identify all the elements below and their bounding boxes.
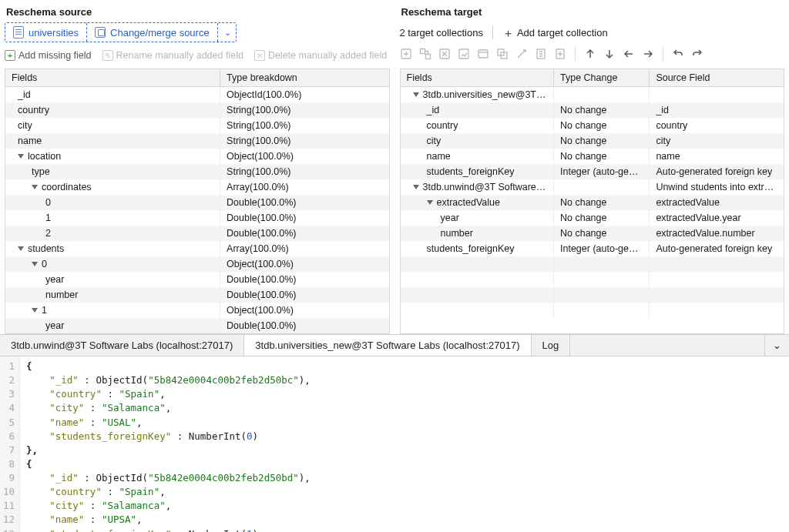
table-row[interactable]: 0Double(100.0%)	[5, 195, 389, 210]
change-merge-button[interactable]: Change/merge source	[87, 23, 218, 42]
field-name: students	[28, 243, 64, 254]
field-name: _id	[18, 89, 31, 100]
change-cell: No change	[554, 149, 650, 164]
toolbar-icon[interactable]	[477, 48, 489, 60]
table-row[interactable]: 1Object(100.0%)	[5, 303, 389, 318]
table-row[interactable]: 0Object(100.0%)	[5, 256, 389, 272]
table-row[interactable]: students_foreignKeyInteger (auto-gen…Aut…	[401, 241, 784, 256]
toolbar-icon[interactable]	[419, 48, 431, 60]
table-row[interactable]: typeString(100.0%)	[5, 164, 389, 179]
table-row[interactable]: extractedValueNo changeextractedValue	[401, 195, 784, 210]
source-field-cell: country	[650, 118, 784, 133]
disclosure-triangle-icon[interactable]	[18, 246, 24, 251]
toolbar-icon[interactable]	[535, 48, 547, 60]
table-row[interactable]: nameString(100.0%)	[5, 133, 389, 149]
source-collection-button[interactable]: universities	[5, 23, 87, 42]
table-row[interactable]: 1Double(100.0%)	[5, 210, 389, 226]
tabs-dropdown[interactable]: ⌄	[764, 335, 789, 356]
table-row[interactable]: numberNo changeextractedValue.number	[401, 226, 784, 241]
source-field-cell: Unwind students into extrac…	[650, 179, 784, 195]
disclosure-triangle-icon[interactable]	[32, 308, 38, 313]
toolbar-icon[interactable]	[458, 48, 470, 60]
field-name: extractedValue	[437, 197, 500, 208]
arrow-down-icon[interactable]	[603, 48, 616, 60]
toolbar-icon[interactable]	[400, 48, 412, 60]
field-name: number	[45, 289, 78, 300]
source-field-cell: name	[650, 149, 784, 164]
field-name: year	[45, 320, 64, 331]
disclosure-triangle-icon[interactable]	[32, 262, 38, 266]
col-fields[interactable]: Fields	[401, 69, 554, 87]
add-target-collection-button[interactable]: ＋ Add target collection	[502, 27, 608, 38]
table-row[interactable]: 3tdb.universities_new@3T…	[401, 87, 784, 103]
table-row[interactable]: cityString(100.0%)	[5, 118, 389, 133]
type-cell: Double(100.0%)	[220, 226, 389, 241]
table-row[interactable]: _idObjectId(100.0%)	[5, 87, 389, 103]
disclosure-triangle-icon[interactable]	[18, 154, 24, 159]
table-row[interactable]: 2Double(100.0%)	[5, 226, 389, 241]
add-missing-field-button[interactable]: Add missing field	[5, 50, 92, 61]
change-cell	[554, 87, 650, 103]
source-selector: universities Change/merge source ⌄	[5, 22, 237, 42]
type-cell: Object(100.0%)	[220, 149, 389, 164]
svg-rect-5	[478, 50, 488, 58]
tab-universities-new[interactable]: 3tdb.universities_new@3T Software Labs (…	[244, 335, 531, 356]
table-row[interactable]: locationObject(100.0%)	[5, 149, 389, 164]
table-row[interactable]: nameNo changename	[401, 149, 784, 164]
col-fields[interactable]: Fields	[5, 69, 220, 87]
field-name: students_foreignKey	[427, 243, 515, 254]
disclosure-triangle-icon[interactable]	[427, 200, 433, 205]
source-title: Reschema source	[5, 5, 390, 22]
disclosure-triangle-icon[interactable]	[413, 92, 419, 97]
field-name: type	[32, 166, 50, 177]
table-row[interactable]: yearDouble(100.0%)	[5, 272, 389, 287]
field-name: city	[18, 120, 32, 131]
type-cell: String(100.0%)	[220, 102, 389, 118]
table-row[interactable]: cityNo changecity	[401, 133, 784, 149]
table-row[interactable]: countryString(100.0%)	[5, 102, 389, 118]
arrow-left-icon[interactable]	[623, 48, 635, 60]
redo-icon[interactable]	[691, 48, 703, 60]
target-grid: Fields Type Change Source Field 3tdb.uni…	[400, 69, 785, 334]
target-title: Reschema target	[400, 5, 785, 22]
col-type[interactable]: Type breakdown	[220, 69, 389, 87]
table-row[interactable]: yearDouble(100.0%)	[5, 318, 389, 333]
field-name: 2	[45, 228, 51, 239]
disclosure-triangle-icon[interactable]	[413, 185, 419, 189]
table-row[interactable]: coordinatesArray(100.0%)	[5, 179, 389, 195]
change-cell: No change	[554, 226, 650, 241]
field-name: _id	[427, 105, 440, 115]
tab-log[interactable]: Log	[532, 335, 571, 356]
col-src[interactable]: Source Field	[650, 69, 784, 87]
table-row[interactable]: numberDouble(100.0%)	[5, 287, 389, 303]
disclosure-triangle-icon[interactable]	[32, 185, 38, 189]
results-pane: 3tdb.unwind@3T Software Labs (localhost:…	[0, 334, 789, 532]
code-viewer[interactable]: 1234567891011121314 { "_id" : ObjectId("…	[0, 356, 789, 532]
toolbar-icon[interactable]	[515, 48, 528, 60]
table-row[interactable]: studentsArray(100.0%)	[5, 241, 389, 256]
type-cell: Double(100.0%)	[220, 195, 389, 210]
edit-icon	[102, 50, 113, 61]
table-row[interactable]: yearNo changeextractedValue.year	[401, 210, 784, 226]
arrow-up-icon[interactable]	[584, 48, 596, 60]
field-name: 0	[42, 259, 47, 269]
change-cell: No change	[554, 210, 650, 226]
type-cell: Double(100.0%)	[220, 318, 389, 333]
toolbar-icon[interactable]	[496, 48, 509, 60]
table-row[interactable]: _idNo change_id	[401, 102, 784, 118]
source-collection-name: universities	[29, 27, 79, 38]
field-name: name	[18, 136, 42, 146]
source-panel: Reschema source universities Change/merg…	[0, 0, 394, 334]
change-merge-dropdown[interactable]: ⌄	[218, 23, 236, 42]
toolbar-icon[interactable]	[554, 48, 566, 60]
undo-icon[interactable]	[672, 48, 684, 60]
arrow-right-icon[interactable]	[642, 48, 654, 60]
col-change[interactable]: Type Change	[554, 69, 650, 87]
tab-unwind[interactable]: 3tdb.unwind@3T Software Labs (localhost:…	[0, 335, 244, 356]
table-row[interactable]: students_foreignKeyInteger (auto-gen…Aut…	[401, 164, 784, 179]
type-cell: Object(100.0%)	[220, 256, 389, 272]
toolbar-icon[interactable]	[438, 48, 451, 60]
table-row	[401, 303, 784, 318]
table-row[interactable]: 3tdb.unwind@3T Software…Unwind students …	[401, 179, 784, 195]
table-row[interactable]: countryNo changecountry	[401, 118, 784, 133]
